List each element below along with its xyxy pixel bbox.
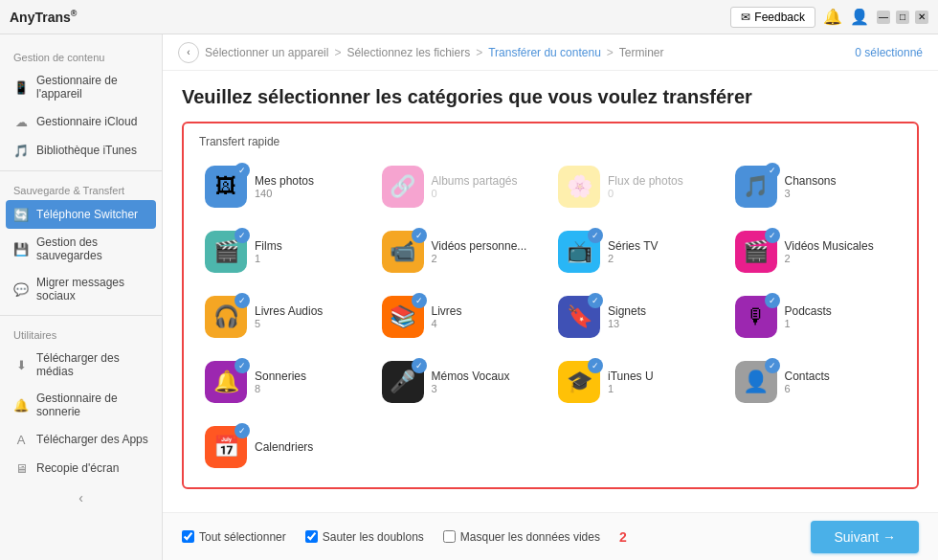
category-item-signets[interactable]: 🔖 ✓ Signets 13 [552,288,726,346]
category-icon-calendriers: 📅 ✓ [205,426,247,468]
main-layout: Gestion de contenu 📱 Gestionnaire de l'a… [0,34,938,560]
category-item-itunes-u[interactable]: 🎓 ✓ iTunes U 1 [552,353,726,411]
category-item-chansons[interactable]: 🎵 ✓ Chansons 3 [729,158,903,215]
sidebar-item-recopie-ecran[interactable]: 🖥 Recopie d'écran [0,454,162,482]
category-name: Podcasts [785,304,832,318]
category-count: 1 [255,253,282,264]
category-item-sonneries[interactable]: 🔔 ✓ Sonneries 8 [199,353,372,411]
app-title: AnyTrans® [10,9,77,25]
download-icon: ⬇ [13,357,29,372]
category-icon-series: 📺 ✓ [558,231,600,273]
category-grid: 🖼 ✓ Mes photos 140 🔗 Albums partagés 0 🌸… [199,158,902,476]
sidebar-collapse-button[interactable]: ‹ [0,482,162,513]
checkbox-tout-selectionner[interactable]: Tout sélectionner [182,530,286,544]
title-bar-left: AnyTrans® [10,9,77,25]
category-item-flux[interactable]: 🌸 Flux de photos 0 [552,158,726,215]
check-icon: ✓ [412,358,427,373]
content-area: ‹ Sélectionner un appareil > Sélectionne… [163,34,938,560]
category-name: Séries TV [608,239,658,253]
sidebar-item-label: Téléphone Switcher [36,208,138,221]
category-item-memos[interactable]: 🎤 ✓ Mémos Vocaux 3 [376,353,549,411]
check-icon: ✓ [412,293,427,308]
breadcrumb-sep-1: > [334,46,341,59]
checkbox-vides-input[interactable] [443,530,456,543]
next-button-label: Suivant → [834,529,896,545]
sidebar-item-gestion-sauvegardes[interactable]: 💾 Gestion des sauvegardes [0,229,162,269]
sidebar-item-gestionnaire-sonnerie[interactable]: 🔔 Gestionnaire de sonnerie [0,385,162,425]
category-item-films[interactable]: 🎬 ✓ Films 1 [199,223,372,280]
feedback-button[interactable]: ✉ Feedback [730,7,815,28]
category-item-videos-perso[interactable]: 📹 ✓ Vidéos personne... 2 [376,223,549,280]
sidebar-item-bibliotheque-itunes[interactable]: 🎵 Bibliothèque iTunes [0,136,162,165]
category-count: 3 [432,383,510,394]
category-item-albums[interactable]: 🔗 Albums partagés 0 [376,158,549,215]
envelope-icon: ✉ [741,11,750,24]
category-item-podcasts[interactable]: 🎙 ✓ Podcasts 1 [729,288,903,346]
category-item-livres[interactable]: 📚 ✓ Livres 4 [376,288,549,346]
sidebar-item-gestionnaire-icloud[interactable]: ☁ Gestionnaire iCloud [0,107,162,136]
category-icon-contacts: 👤 ✓ [735,361,777,403]
sidebar-section-content: Gestion de contenu [0,44,162,67]
breadcrumb-back-button[interactable]: ‹ [178,42,199,63]
check-icon: ✓ [765,293,780,308]
category-icon-photos: 🖼 ✓ [205,166,247,208]
sidebar-item-label: Gestionnaire de l'appareil [36,74,148,101]
category-info-memos: Mémos Vocaux 3 [432,370,510,394]
category-item-videos-musicales[interactable]: 🎬 ✓ Vidéos Musicales 2 [729,223,903,280]
category-item-calendriers[interactable]: 📅 ✓ Calendriers [199,418,372,476]
sidebar-item-telecharger-medias[interactable]: ⬇ Télécharger des médias [0,345,162,385]
checkbox-doublons-input[interactable] [305,530,318,543]
check-icon: ✓ [234,163,250,178]
transfer-section-title: Transfert rapide [199,135,902,148]
sidebar-item-gestionnaire-appareil[interactable]: 📱 Gestionnaire de l'appareil [0,67,162,107]
sidebar-divider [0,170,162,171]
minimize-button[interactable]: — [877,11,890,24]
bell-icon[interactable]: 🔔 [823,8,842,26]
category-icon-livres-audio: 🎧 ✓ [205,296,247,338]
check-icon: ✓ [765,163,780,178]
category-name: Mes photos [255,174,314,188]
category-icon-memos: 🎤 ✓ [382,361,424,403]
category-info-albums: Albums partagés 0 [432,174,518,199]
cloud-icon: ☁ [13,114,29,129]
sidebar-divider-2 [0,315,162,316]
category-name: Mémos Vocaux [432,370,510,383]
category-count: 0 [432,188,518,199]
checkbox-masquer-vides[interactable]: Masquer les données vides [443,530,600,544]
check-icon: ✓ [234,358,250,373]
close-button[interactable]: ✕ [915,11,928,24]
sidebar-item-migrer-messages[interactable]: 💬 Migrer messages sociaux [0,269,162,309]
category-name: Livres [432,304,462,318]
category-icon-films: 🎬 ✓ [205,231,247,273]
message-icon: 💬 [13,281,29,297]
category-count: 140 [255,188,314,199]
category-icon-podcasts: 🎙 ✓ [735,296,777,338]
maximize-button[interactable]: □ [896,11,909,24]
category-item-livres-audio[interactable]: 🎧 ✓ Livres Audios 5 [199,288,372,346]
sidebar-item-label: Recopie d'écran [36,461,119,475]
category-name: Films [255,239,282,253]
category-item-series[interactable]: 📺 ✓ Séries TV 2 [552,223,726,280]
category-item-photos[interactable]: 🖼 ✓ Mes photos 140 [199,158,372,215]
category-count: 4 [432,318,462,329]
check-icon: ✓ [765,228,780,243]
category-count: 6 [785,383,830,394]
sidebar-item-telecharger-apps[interactable]: A Télécharger des Apps [0,425,162,454]
category-info-itunes-u: iTunes U 1 [608,370,654,394]
category-name: Signets [608,304,646,318]
category-info-chansons: Chansons 3 [785,174,837,199]
checkbox-sauter-doublons[interactable]: Sauter les doublons [305,530,424,544]
check-icon: ✓ [234,293,250,308]
window-controls: — □ ✕ [877,11,928,24]
category-info-series: Séries TV 2 [608,239,658,264]
category-icon-albums: 🔗 [382,166,424,208]
checkbox-tout-input[interactable] [182,530,194,543]
category-count: 2 [785,253,874,264]
sidebar-item-telephone-switcher[interactable]: 🔄 Téléphone Switcher [6,200,156,229]
page-content: Veuillez sélectionner les catégories que… [163,71,938,512]
back-arrow-icon: ‹ [187,47,190,57]
next-button[interactable]: Suivant → [811,521,919,553]
category-item-contacts[interactable]: 👤 ✓ Contacts 6 [729,353,903,411]
user-icon[interactable]: 👤 [850,8,869,26]
category-info-calendriers: Calendriers [255,440,313,454]
